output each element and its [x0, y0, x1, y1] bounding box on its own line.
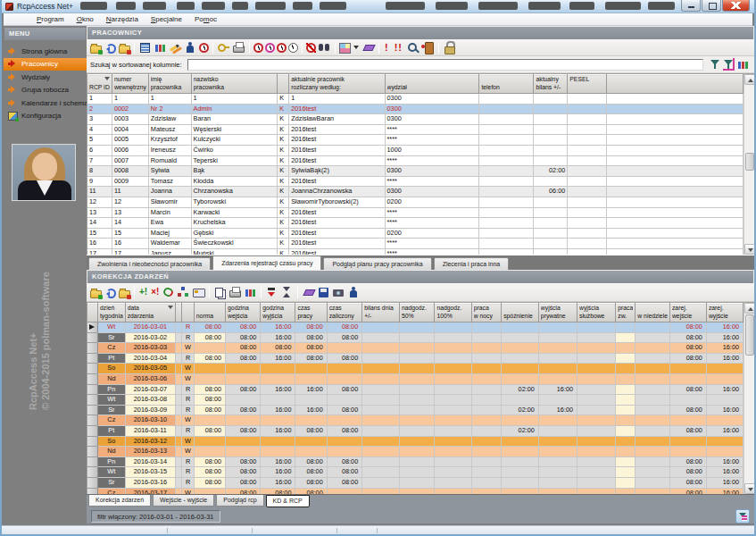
column-header-blank[interactable]: [278, 75, 289, 94]
pass-card-icon[interactable]: [192, 286, 205, 298]
event-row[interactable]: So2016-03-05W: [87, 364, 744, 374]
assign-person-icon[interactable]: [184, 41, 197, 54]
tab-korekcja-zdarzeń[interactable]: Korekcja zdarzeń: [88, 495, 151, 507]
snapshot-icon[interactable]: [332, 286, 345, 298]
column-header-praca-w-nocy[interactable]: pracaw nocy: [471, 304, 501, 322]
employee-row[interactable]: 1515MaciejGębskiK2016test0200: [87, 228, 744, 239]
column-header-nazwisko-pracownika[interactable]: nazwiskopracownika: [191, 75, 278, 94]
maximize-button[interactable]: [702, 0, 721, 12]
hierarchy-icon[interactable]: [177, 286, 190, 298]
employee-row[interactable]: 40004MateuszWęsierskiK2016test****: [87, 124, 744, 135]
sidebar-item-konfiguracja[interactable]: Konfiguracja: [4, 110, 87, 123]
employee-row[interactable]: 1111JoannaChrzanowskaKJoannaChrzanowska0…: [87, 187, 744, 197]
event-row[interactable]: Nd2016-03-06W: [87, 373, 744, 384]
sidebar-item-wydziały[interactable]: Wydziały: [4, 71, 87, 84]
open-folder-icon[interactable]: [90, 290, 102, 298]
column-header-wyjścia-służbowe[interactable]: wyjściasłużbowe: [577, 304, 616, 322]
event-row[interactable]: So2016-03-12W: [87, 436, 744, 447]
row-selector[interactable]: [87, 322, 97, 333]
row-selector[interactable]: [87, 415, 97, 426]
event-row[interactable]: Sr2016-03-16R08:0008:0016:0008:0008:0008…: [87, 477, 744, 488]
menu-item-program[interactable]: Program: [30, 13, 71, 25]
lock-card-icon[interactable]: [443, 41, 456, 54]
row-selector[interactable]: [87, 395, 97, 406]
column-header-czas-pracy[interactable]: czaspracy: [295, 304, 327, 322]
entry-clock-icon[interactable]: [253, 43, 263, 53]
column-header-zarej-wejście[interactable]: zarej.wejście: [669, 304, 706, 322]
column-header-dzień-tygodnia[interactable]: dzieńtygodnia: [97, 304, 125, 322]
alarm-clock-icon[interactable]: [199, 43, 209, 53]
color-legend-icon[interactable]: [339, 43, 351, 54]
menu-item-pomoc[interactable]: Pomoc: [188, 13, 223, 25]
row-selector[interactable]: [87, 467, 97, 478]
scroll-down-icon[interactable]: [744, 244, 754, 255]
alert-double-icon[interactable]: !!: [393, 41, 404, 54]
scroll-down-icon[interactable]: [744, 483, 754, 494]
event-row[interactable]: Pn2016-03-07R08:0008:0016:0016:0008:0002…: [87, 384, 744, 395]
row-selector[interactable]: [87, 384, 97, 395]
employee-row[interactable]: 1717JanuszMuńskiK2016test****: [87, 248, 744, 255]
employee-row[interactable]: 20002Nr 2AdminK2016test0300: [87, 104, 744, 114]
event-row[interactable]: Nd2016-03-13W: [87, 447, 744, 457]
close-button[interactable]: [722, 0, 750, 12]
events-scrollbar[interactable]: [744, 303, 754, 494]
column-header-telefon[interactable]: telefon: [479, 75, 534, 94]
event-row[interactable]: Wt2016-03-15R08:0008:0016:0008:0008:0008…: [87, 467, 744, 478]
entry-exit-clock-icon[interactable]: [277, 43, 287, 53]
tab-wejście-wyjście[interactable]: Wejście - wyjście: [153, 495, 214, 507]
column-header-numer-wewnętrzny[interactable]: numerwewnętrzny: [112, 75, 148, 94]
export-disk-icon[interactable]: [317, 286, 330, 298]
employee-row[interactable]: 1212SławomirTyborowskiKSławomirTyborowsk…: [87, 197, 744, 207]
edit-pencils-icon[interactable]: [169, 41, 182, 54]
column-header-data-zdarzenia[interactable]: datazdarzenia: [125, 304, 176, 322]
column-header-nadgodz-50[interactable]: nadgodz.50%: [399, 304, 435, 322]
event-row[interactable]: Wt2016-03-01R08:0008:0016:0008:0008:0008…: [87, 322, 744, 333]
hourglass-icon[interactable]: [280, 286, 294, 298]
row-selector[interactable]: [87, 405, 97, 415]
column-header-bilans-dnia[interactable]: bilans dnia+/-: [362, 304, 400, 322]
row-selector[interactable]: [87, 447, 97, 457]
row-selector[interactable]: [87, 425, 97, 436]
column-header-wydział[interactable]: wydział: [385, 75, 479, 94]
row-selector[interactable]: [87, 353, 97, 364]
row-selector[interactable]: [87, 332, 97, 343]
print-icon[interactable]: [228, 286, 242, 298]
employee-row[interactable]: 30003ZdzisławBaranKZdzisławBaran0300: [87, 114, 744, 125]
row-selector[interactable]: [87, 477, 97, 488]
tab-zlecenia-i-praca-inna[interactable]: Zlecenia i praca inna: [434, 257, 510, 270]
scrollbar-thumb[interactable]: [745, 314, 754, 356]
employee-row[interactable]: 60006IreneuszĆwirkoK2016test1000: [87, 145, 744, 155]
person-walk-icon[interactable]: [347, 286, 361, 298]
row-selector[interactable]: [87, 373, 97, 384]
delete-event-icon[interactable]: ×!: [150, 286, 160, 298]
chart-icon[interactable]: [736, 58, 750, 71]
employees-scrollbar[interactable]: [744, 74, 754, 255]
filter-column-icon[interactable]: [723, 58, 735, 71]
employee-row[interactable]: 80008SylwiaBąkKSylwiaBąk(2)030002:00: [87, 166, 744, 177]
scroll-up-icon[interactable]: [744, 74, 754, 85]
row-selector[interactable]: [87, 488, 97, 494]
column-header-wyjścia-prywatne[interactable]: wyjściaprywatne: [538, 304, 577, 322]
employee-list-icon[interactable]: [138, 41, 152, 54]
close-employee-icon[interactable]: [421, 41, 435, 54]
employee-row[interactable]: 1313MarcinKarwackiK2016test****: [87, 207, 744, 218]
employee-row[interactable]: 1111K10300: [87, 94, 744, 105]
menu-item-narzędzia[interactable]: Narzędzia: [100, 13, 145, 25]
statistics-icon[interactable]: [154, 41, 167, 54]
key-permissions-icon[interactable]: [217, 41, 230, 54]
column-header-godzina-wyjścia[interactable]: godzinawyjścia: [261, 304, 295, 322]
employee-row[interactable]: 1414EwaKruchelskaK2016test****: [87, 218, 744, 229]
copy-icon[interactable]: [213, 286, 227, 298]
tab-zdarzenia-rejestracji-czasu-pracy[interactable]: Zdarzenia rejestracji czasu pracy: [212, 255, 321, 270]
event-row[interactable]: Wt2016-03-08R08:00: [87, 395, 744, 406]
alert-single-icon[interactable]: !: [383, 41, 391, 54]
add-event-icon[interactable]: +!: [138, 286, 148, 298]
undo-icon[interactable]: [104, 41, 117, 54]
tab-podgląd-planu-pracy-pracownika[interactable]: Podgląd planu pracy pracownika: [323, 257, 431, 270]
legend-dropdown-icon[interactable]: [353, 41, 360, 54]
tab-zwolnienia-i-nieobecności-pracownika[interactable]: Zwolnienia i nieobecności pracownika: [88, 257, 211, 270]
blocked-clock-icon[interactable]: [306, 43, 316, 53]
sidebar-item-kalendarze-i-schematy[interactable]: Kalendarze i schematy: [4, 96, 87, 110]
minimize-button[interactable]: [681, 0, 701, 12]
tab-kd-rcp[interactable]: KD & RCP: [266, 495, 310, 507]
